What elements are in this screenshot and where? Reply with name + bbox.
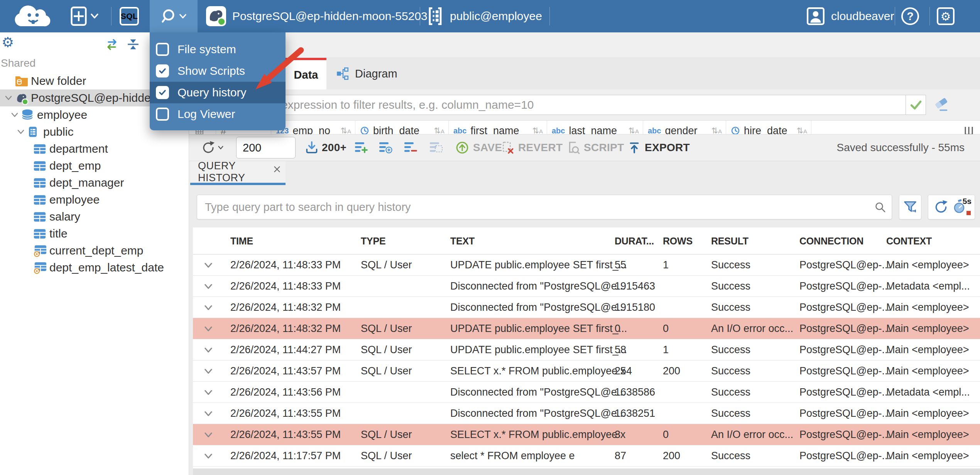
expand-chevron-icon[interactable] bbox=[203, 387, 214, 398]
history-filter-button[interactable] bbox=[899, 195, 921, 219]
tree-item-title[interactable]: title bbox=[0, 225, 189, 242]
collapse-all-icon[interactable] bbox=[127, 38, 140, 51]
grid-columns-settings[interactable] bbox=[811, 121, 980, 134]
sort-icon[interactable]: ⇅A bbox=[628, 126, 639, 134]
tree-item-dept-manager[interactable]: dept_manager bbox=[0, 174, 189, 191]
sidebar-settings-gear-icon[interactable]: ⚙ bbox=[2, 35, 14, 49]
expand-chevron-icon[interactable] bbox=[203, 260, 214, 271]
expand-chevron-icon[interactable] bbox=[203, 408, 214, 419]
sql-editor-button[interactable]: SQL bbox=[120, 0, 139, 32]
cloudbeaver-logo-icon[interactable] bbox=[9, 0, 52, 32]
sort-icon[interactable]: ⇅A bbox=[434, 126, 444, 134]
check-icon bbox=[909, 98, 923, 112]
menu-item-log-viewer[interactable]: Log Viewer bbox=[150, 103, 286, 125]
clear-filter-eraser-icon[interactable] bbox=[933, 96, 950, 113]
grid-column-first-name[interactable]: abcfirst_name⇅A bbox=[449, 121, 547, 134]
query-history-row[interactable]: 2/26/2024, 11:43:55 PMDisconnected from … bbox=[193, 403, 980, 424]
apply-filter-button[interactable] bbox=[906, 95, 926, 115]
menu-item-file-system[interactable]: File system bbox=[150, 39, 286, 60]
cell-rows: 0 bbox=[663, 424, 669, 445]
export-button[interactable]: EXPORT bbox=[628, 141, 690, 154]
help-button[interactable]: ? bbox=[901, 7, 919, 25]
postgres-icon bbox=[15, 91, 31, 105]
delete-row-icon bbox=[403, 141, 418, 154]
cell-connection: PostgreSQL@ep-... bbox=[799, 297, 890, 318]
chevron-down-icon[interactable] bbox=[15, 127, 27, 136]
save-button[interactable]: SAVE bbox=[455, 141, 502, 155]
tree-item-current-dept-emp[interactable]: current_dept_emp bbox=[0, 242, 189, 259]
expand-chevron-icon[interactable] bbox=[203, 366, 214, 377]
query-history-row[interactable]: 2/26/2024, 11:48:32 PMSQL / UserUPDATE p… bbox=[193, 318, 980, 339]
filter-expression-input[interactable] bbox=[193, 95, 906, 115]
query-history-row[interactable]: 2/26/2024, 11:44:27 PMSQL / UserUPDATE p… bbox=[193, 339, 980, 360]
history-column-connection: CONNECTION bbox=[799, 227, 863, 254]
cell-connection: PostgreSQL@ep-... bbox=[799, 424, 890, 445]
fetch-more-button[interactable]: 200+ bbox=[305, 141, 346, 155]
cell-context: Main <employee> bbox=[886, 254, 969, 276]
duplicate-row-button[interactable] bbox=[378, 141, 393, 154]
sort-icon[interactable]: ⇅A bbox=[711, 126, 722, 134]
query-history-row[interactable]: 2/26/2024, 11:43:56 PMDisconnected from … bbox=[193, 382, 980, 403]
export-label: EXPORT bbox=[645, 141, 690, 154]
history-column-text: TEXT bbox=[450, 227, 475, 254]
history-refresh-button[interactable]: 5s bbox=[928, 195, 975, 219]
add-row-button[interactable] bbox=[354, 141, 368, 154]
tools-menu-button[interactable] bbox=[150, 0, 198, 32]
tree-item-salary[interactable]: salary bbox=[0, 208, 189, 225]
tree-item-employee[interactable]: employee bbox=[0, 191, 189, 208]
checkbox-log-viewer[interactable] bbox=[156, 108, 169, 121]
expand-chevron-icon[interactable] bbox=[203, 323, 214, 334]
horizontal-scrollbar[interactable] bbox=[193, 468, 980, 475]
query-history-row[interactable]: 2/26/2024, 11:48:32 PMDisconnected from … bbox=[193, 297, 980, 318]
expand-chevron-icon[interactable] bbox=[203, 430, 214, 440]
delete-row-button[interactable] bbox=[403, 141, 418, 154]
chevron-down-icon[interactable] bbox=[8, 110, 21, 120]
settings-button[interactable]: ⚙ bbox=[937, 7, 955, 25]
cell-text: select * FROM employee e bbox=[450, 445, 575, 467]
sort-icon[interactable]: ⇅A bbox=[340, 126, 351, 134]
connection-selector[interactable]: PostgreSQL@ep-hidden-moon-55203 bbox=[206, 0, 427, 32]
checkbox-query-history[interactable] bbox=[156, 86, 169, 99]
expand-chevron-icon[interactable] bbox=[203, 451, 214, 462]
expand-chevron-icon[interactable] bbox=[203, 302, 214, 313]
tree-item-dept-emp-latest-date[interactable]: dept_emp_latest_date bbox=[0, 259, 189, 276]
grid-column-gender[interactable]: abcgender⇅A bbox=[643, 121, 726, 134]
query-history-row[interactable]: 2/26/2024, 11:48:33 PMSQL / UserUPDATE p… bbox=[193, 254, 980, 276]
menu-item-query-history[interactable]: Query history bbox=[150, 82, 286, 103]
revert-cell-button[interactable] bbox=[429, 141, 443, 154]
revert-button[interactable]: REVERT bbox=[501, 141, 563, 154]
menu-item-show-scripts[interactable]: Show Scripts bbox=[150, 60, 286, 82]
script-button[interactable]: SCRIPT bbox=[566, 141, 624, 155]
grid-column-hire-date[interactable]: hire_date⇅A bbox=[726, 121, 811, 134]
expand-chevron-icon[interactable] bbox=[203, 345, 214, 355]
tab-diagram[interactable]: Diagram bbox=[329, 58, 404, 89]
row-limit-input[interactable] bbox=[236, 137, 296, 158]
query-history-row[interactable]: 2/26/2024, 11:43:55 PMSQL / UserSELECT x… bbox=[193, 424, 980, 445]
new-object-button[interactable] bbox=[70, 0, 99, 32]
chevron-down-icon[interactable] bbox=[2, 93, 15, 103]
sync-connection-icon[interactable] bbox=[105, 38, 119, 51]
query-history-tab-label: QUERY HISTORY bbox=[190, 160, 272, 184]
tree-item-department[interactable]: department bbox=[0, 140, 189, 157]
sql-icon: SQL bbox=[120, 7, 139, 25]
tab-data[interactable]: Data bbox=[286, 58, 326, 89]
query-history-row[interactable]: 2/26/2024, 11:48:33 PMDisconnected from … bbox=[193, 276, 980, 297]
sort-icon[interactable]: ⇅A bbox=[796, 126, 807, 134]
tab-query-history[interactable]: QUERY HISTORY bbox=[190, 161, 286, 185]
grid-column-birth-date[interactable]: birth_date⇅A bbox=[355, 121, 449, 134]
query-history-search-input[interactable] bbox=[197, 195, 892, 219]
expand-chevron-icon[interactable] bbox=[203, 281, 214, 292]
checkbox-show-scripts[interactable] bbox=[156, 64, 169, 77]
cell-connection: PostgreSQL@ep-... bbox=[799, 254, 890, 276]
user-menu[interactable]: cloudbeaver bbox=[806, 0, 894, 32]
tree-item-dept-emp[interactable]: dept_emp bbox=[0, 157, 189, 174]
checkbox-file-system[interactable] bbox=[156, 43, 169, 56]
sort-icon[interactable]: ⇅A bbox=[532, 126, 543, 134]
refresh-button[interactable] bbox=[201, 140, 216, 155]
schema-selector[interactable]: public@employee bbox=[427, 0, 542, 32]
query-history-row[interactable]: 2/26/2024, 11:43:57 PMSQL / UserSELECT x… bbox=[193, 360, 980, 382]
tree-item-label: employee bbox=[37, 108, 87, 121]
query-history-row[interactable]: 2/26/2024, 11:17:57 PMSQL / Userselect *… bbox=[193, 445, 980, 467]
close-icon[interactable] bbox=[272, 165, 282, 174]
grid-column-last-name[interactable]: abclast_name⇅A bbox=[547, 121, 643, 134]
